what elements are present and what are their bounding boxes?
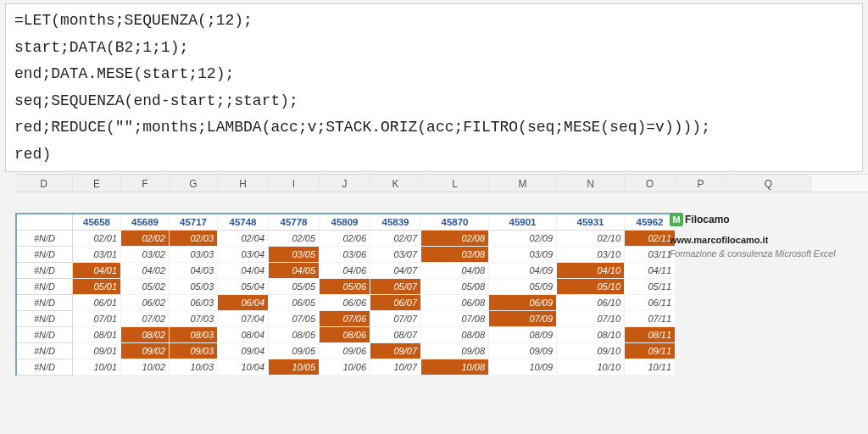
date-cell[interactable]: 07/01 [73, 311, 121, 327]
serial-header[interactable]: 45809 [320, 214, 370, 231]
col-header-j[interactable]: J [320, 175, 370, 192]
date-cell[interactable]: 06/09 [489, 295, 557, 311]
date-cell[interactable]: 08/01 [73, 327, 121, 343]
date-cell[interactable]: 02/06 [320, 231, 370, 247]
col-header-o[interactable]: O [625, 175, 676, 192]
date-cell[interactable]: 08/10 [557, 327, 625, 343]
date-cell[interactable]: 08/09 [489, 327, 557, 343]
date-cell[interactable]: 07/11 [625, 311, 676, 327]
date-cell[interactable]: 09/06 [320, 343, 370, 359]
date-cell[interactable]: 03/01 [73, 247, 121, 263]
date-cell[interactable]: 06/11 [625, 295, 676, 311]
date-cell[interactable]: 06/05 [269, 295, 320, 311]
date-cell[interactable]: 06/02 [121, 295, 170, 311]
date-cell[interactable]: 05/08 [421, 279, 489, 295]
date-cell[interactable]: 03/05 [269, 247, 320, 263]
col-header-n[interactable]: N [557, 175, 625, 192]
date-cell[interactable]: 04/08 [421, 263, 489, 279]
date-cell[interactable]: 09/02 [121, 343, 170, 359]
date-cell[interactable]: 09/09 [489, 343, 557, 359]
date-cell[interactable]: 10/11 [625, 359, 676, 376]
date-cell[interactable]: 09/07 [370, 343, 421, 359]
col-header-h[interactable]: H [218, 175, 269, 192]
date-cell[interactable]: 07/02 [121, 311, 170, 327]
date-cell[interactable]: 08/11 [625, 327, 676, 343]
serial-header[interactable]: 45931 [557, 214, 625, 231]
date-cell[interactable]: 06/08 [421, 295, 489, 311]
date-cell[interactable]: 02/05 [269, 231, 320, 247]
date-cell[interactable]: 03/04 [218, 247, 269, 263]
date-cell[interactable]: 09/10 [557, 343, 625, 359]
col-header-p[interactable]: P [676, 175, 726, 192]
date-cell[interactable]: 02/07 [370, 231, 421, 247]
date-cell[interactable]: 10/07 [370, 359, 421, 376]
date-cell[interactable]: 10/05 [269, 359, 320, 376]
date-cell[interactable]: 05/07 [370, 279, 421, 295]
serial-header[interactable]: 45658 [73, 214, 121, 231]
col-header-m[interactable]: M [489, 175, 557, 192]
date-cell[interactable]: 07/09 [489, 311, 557, 327]
date-cell[interactable]: 02/09 [489, 231, 557, 247]
date-cell[interactable]: 05/04 [218, 279, 269, 295]
serial-header[interactable]: 45748 [218, 214, 269, 231]
date-cell[interactable]: 08/06 [320, 327, 370, 343]
date-cell[interactable]: 06/06 [320, 295, 370, 311]
date-cell[interactable]: 05/10 [557, 279, 625, 295]
row-label[interactable]: #N/D [17, 327, 73, 343]
date-cell[interactable]: 07/07 [370, 311, 421, 327]
spreadsheet-area[interactable]: #N/D#N/D#N/D#N/D#N/D#N/D#N/D#N/D#N/D 456… [15, 213, 868, 376]
date-cell[interactable]: 04/09 [489, 263, 557, 279]
date-cell[interactable]: 10/02 [121, 359, 170, 376]
date-cell[interactable]: 10/06 [320, 359, 370, 376]
date-cell[interactable]: 03/08 [421, 247, 489, 263]
date-cell[interactable]: 06/04 [218, 295, 269, 311]
date-cell[interactable]: 03/02 [121, 247, 170, 263]
date-cell[interactable]: 10/03 [170, 359, 218, 376]
date-cell[interactable]: 10/01 [73, 359, 121, 376]
date-cell[interactable]: 06/07 [370, 295, 421, 311]
date-cell[interactable]: 06/03 [170, 295, 218, 311]
row-label[interactable]: #N/D [17, 359, 73, 376]
date-cell[interactable]: 03/06 [320, 247, 370, 263]
date-cell[interactable]: 09/01 [73, 343, 121, 359]
row-label[interactable]: #N/D [17, 311, 73, 327]
date-cell[interactable]: 08/03 [170, 327, 218, 343]
formula-bar[interactable]: =LET(months;SEQUENZA(;12); start;DATA(B2… [5, 3, 863, 172]
col-header-l[interactable]: L [421, 175, 489, 192]
date-cell[interactable]: 05/02 [121, 279, 170, 295]
row-label[interactable]: #N/D [17, 247, 73, 263]
date-cell[interactable]: 03/10 [557, 247, 625, 263]
date-cell[interactable]: 02/02 [121, 231, 170, 247]
row-label[interactable]: #N/D [17, 231, 73, 247]
date-cell[interactable]: 06/10 [557, 295, 625, 311]
date-cell[interactable]: 02/11 [625, 231, 676, 247]
date-cell[interactable]: 03/03 [170, 247, 218, 263]
date-cell[interactable]: 02/08 [421, 231, 489, 247]
row-label[interactable]: #N/D [17, 263, 73, 279]
date-cell[interactable]: 08/08 [421, 327, 489, 343]
col-header-f[interactable]: F [121, 175, 170, 192]
serial-header[interactable]: 45901 [489, 214, 557, 231]
date-cell[interactable]: 04/03 [170, 263, 218, 279]
date-cell[interactable]: 07/03 [170, 311, 218, 327]
row-label-header-blank[interactable] [17, 214, 73, 231]
date-cell[interactable]: 02/01 [73, 231, 121, 247]
date-cell[interactable]: 10/04 [218, 359, 269, 376]
date-cell[interactable]: 02/03 [170, 231, 218, 247]
brand-url[interactable]: www.marcofilocamo.it [670, 235, 865, 245]
serial-header[interactable]: 45717 [170, 214, 218, 231]
date-cell[interactable]: 05/01 [73, 279, 121, 295]
date-cell[interactable]: 09/11 [625, 343, 676, 359]
row-label[interactable]: #N/D [17, 295, 73, 311]
date-cell[interactable]: 10/09 [489, 359, 557, 376]
row-label[interactable]: #N/D [17, 343, 73, 359]
date-cell[interactable]: 04/05 [269, 263, 320, 279]
date-cell[interactable]: 03/09 [489, 247, 557, 263]
date-cell[interactable]: 04/10 [557, 263, 625, 279]
date-cell[interactable]: 06/01 [73, 295, 121, 311]
date-cell[interactable]: 04/11 [625, 263, 676, 279]
serial-header[interactable]: 45839 [370, 214, 421, 231]
date-cell[interactable]: 08/05 [269, 327, 320, 343]
date-cell[interactable]: 08/04 [218, 327, 269, 343]
date-cell[interactable]: 04/04 [218, 263, 269, 279]
